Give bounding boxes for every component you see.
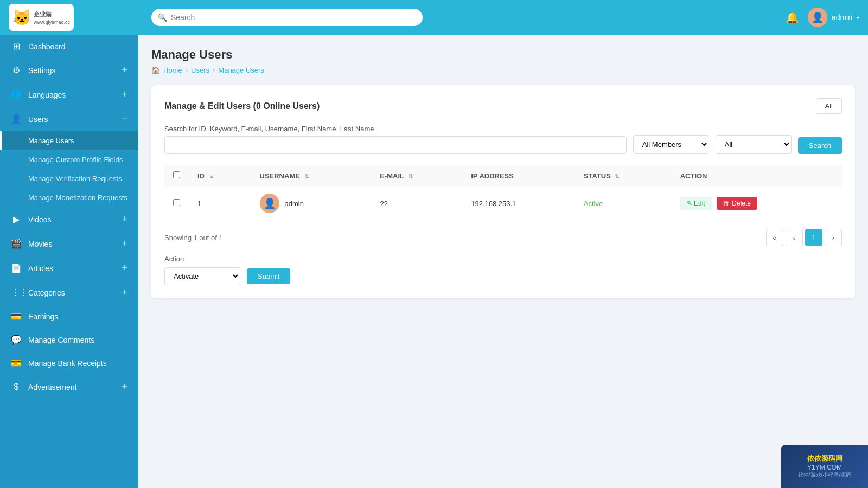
watermark-url: Y1YM.COM [807, 464, 842, 471]
member-type-filter[interactable]: All Members Admins Members [633, 135, 709, 154]
admin-name: admin [832, 13, 852, 22]
showing-text: Showing 1 out of 1 [164, 234, 223, 242]
plus-icon: + [122, 89, 127, 100]
all-button[interactable]: All [816, 98, 842, 114]
sidebar-item-movies[interactable]: 🎬 Movies + [0, 232, 138, 256]
sidebar: ⊞ Dashboard ⚙ Settings + 🌐 Languages + 👤… [0, 35, 138, 488]
sort-icon: ⇅ [304, 173, 309, 179]
sidebar-item-languages[interactable]: 🌐 Languages + [0, 82, 138, 107]
breadcrumb-home-icon: 🏠 [151, 66, 160, 74]
card-title: Manage & Edit Users (0 Online Users) [164, 101, 320, 111]
breadcrumb: 🏠 Home › Users › Manage Users [151, 66, 855, 74]
logo-area: 🐱 企业猫www.qiyemao.cc [9, 4, 147, 31]
categories-icon: ⋮⋮ [11, 287, 22, 298]
sidebar-subitem-manage-users[interactable]: Manage Users [0, 131, 138, 150]
watermark-sub: 软件/游戏/小程序/源码 [798, 471, 851, 479]
sidebar-item-earnings[interactable]: 💳 Earnings [0, 305, 138, 328]
plus-icon: + [122, 381, 127, 393]
table-row: 1 👤 admin ?? 192.168.253.1 Active ✎ Edit… [164, 187, 842, 220]
breadcrumb-users[interactable]: Users [191, 66, 209, 74]
user-search-wrapper: Search for ID, Keyword, E-mail, Username… [164, 125, 627, 154]
select-all-header [164, 165, 189, 187]
main-card: Manage & Edit Users (0 Online Users) All… [151, 85, 855, 298]
search-button[interactable]: Search [798, 137, 842, 154]
table-footer: Showing 1 out of 1 « ‹ 1 › [164, 229, 842, 246]
card-header: Manage & Edit Users (0 Online Users) All [164, 98, 842, 114]
admin-menu[interactable]: 👤 admin ▾ [808, 8, 859, 27]
main-layout: ⊞ Dashboard ⚙ Settings + 🌐 Languages + 👤… [0, 35, 868, 488]
action-row: Activate Deactivate Ban Delete Submit [164, 267, 842, 285]
username-text: admin [285, 200, 304, 208]
sidebar-item-categories[interactable]: ⋮⋮ Categories + [0, 280, 138, 305]
edit-button[interactable]: ✎ Edit [680, 197, 712, 210]
bank-icon: 💳 [11, 358, 22, 368]
pagination: « ‹ 1 › [766, 229, 842, 246]
select-all-checkbox[interactable] [173, 171, 180, 178]
page-title: Manage Users [151, 48, 855, 62]
notification-bell-icon[interactable]: 🔔 [786, 11, 799, 24]
ip-header: IP ADDRESS [462, 165, 575, 187]
row-username: 👤 admin [251, 187, 372, 220]
logo-icon: 🐱 [12, 9, 31, 27]
username-header: USERNAME ⇅ [251, 165, 372, 187]
sidebar-item-articles[interactable]: 📄 Articles + [0, 256, 138, 280]
status-header: STATUS ⇅ [575, 165, 672, 187]
page-1-button[interactable]: 1 [805, 229, 822, 246]
trash-icon: 🗑 [723, 200, 730, 207]
status-badge: Active [584, 200, 603, 208]
next-page-button[interactable]: › [825, 229, 842, 246]
table-header: ID ▲ USERNAME ⇅ E-MAIL ⇅ IP ADDRESS STAT… [164, 165, 842, 187]
main-content: Manage Users 🏠 Home › Users › Manage Use… [138, 35, 868, 488]
user-icon: 👤 [11, 114, 22, 124]
sort-asc-icon: ▲ [209, 173, 215, 179]
sidebar-subitem-manage-monetization-requests[interactable]: Manage Monetization Requests [0, 188, 138, 207]
globe-icon: 🌐 [11, 89, 22, 100]
table-body: 1 👤 admin ?? 192.168.253.1 Active ✎ Edit… [164, 187, 842, 220]
prev-page-button[interactable]: ‹ [786, 229, 803, 246]
watermark: 依依源码网 Y1YM.COM 软件/游戏/小程序/源码 [781, 445, 868, 488]
sidebar-item-advertisement[interactable]: $ Advertisement + [0, 375, 138, 399]
sidebar-item-users[interactable]: 👤 Users − [0, 107, 138, 131]
breadcrumb-sep-2: › [213, 66, 215, 74]
row-email: ?? [371, 187, 462, 220]
sidebar-item-videos[interactable]: ▶ Videos + [0, 207, 138, 232]
plus-icon: + [122, 65, 127, 76]
first-page-button[interactable]: « [766, 229, 783, 246]
bulk-action-select[interactable]: Activate Deactivate Ban Delete [164, 267, 240, 285]
sidebar-subitem-manage-custom-profile-fields[interactable]: Manage Custom Profile Fields [0, 150, 138, 169]
row-checkbox-cell [164, 187, 189, 220]
id-header: ID ▲ [189, 165, 251, 187]
sidebar-subitem-manage-verification-requests[interactable]: Manage Verification Requests [0, 169, 138, 188]
avatar: 👤 [260, 194, 279, 213]
row-ip: 192.168.253.1 [462, 187, 575, 220]
dashboard-icon: ⊞ [11, 41, 22, 52]
search-bar: 🔍 [151, 9, 423, 26]
users-table: ID ▲ USERNAME ⇅ E-MAIL ⇅ IP ADDRESS STAT… [164, 165, 842, 220]
user-search-input[interactable] [164, 136, 627, 154]
minus-icon: − [122, 113, 127, 125]
sidebar-item-dashboard[interactable]: ⊞ Dashboard [0, 35, 138, 58]
sidebar-item-manage-bank-receipts[interactable]: 💳 Manage Bank Receipts [0, 351, 138, 375]
row-action: ✎ Edit 🗑 Delete [672, 187, 842, 220]
sidebar-item-manage-comments[interactable]: 💬 Manage Comments [0, 328, 138, 351]
breadcrumb-sep-1: › [186, 66, 188, 74]
search-section: Search for ID, Keyword, E-mail, Username… [164, 125, 842, 154]
plus-icon: + [122, 262, 127, 274]
plus-icon: + [122, 214, 127, 225]
search-field-label: Search for ID, Keyword, E-mail, Username… [164, 125, 627, 133]
username-cell: 👤 admin [260, 194, 363, 213]
status-filter[interactable]: All Active Inactive Banned [716, 135, 792, 154]
submit-button[interactable]: Submit [247, 268, 290, 284]
chevron-down-icon: ▾ [857, 15, 859, 21]
article-icon: 📄 [11, 263, 22, 273]
comments-icon: 💬 [11, 335, 22, 345]
delete-button[interactable]: 🗑 Delete [717, 197, 757, 210]
settings-icon: ⚙ [11, 65, 22, 75]
breadcrumb-home[interactable]: Home [163, 66, 182, 74]
action-bar: Action Activate Deactivate Ban Delete Su… [164, 255, 842, 285]
row-checkbox[interactable] [173, 199, 180, 206]
plus-icon: + [122, 238, 127, 249]
search-input[interactable] [151, 9, 423, 26]
table-header-row: ID ▲ USERNAME ⇅ E-MAIL ⇅ IP ADDRESS STAT… [164, 165, 842, 187]
sidebar-item-settings[interactable]: ⚙ Settings + [0, 58, 138, 82]
